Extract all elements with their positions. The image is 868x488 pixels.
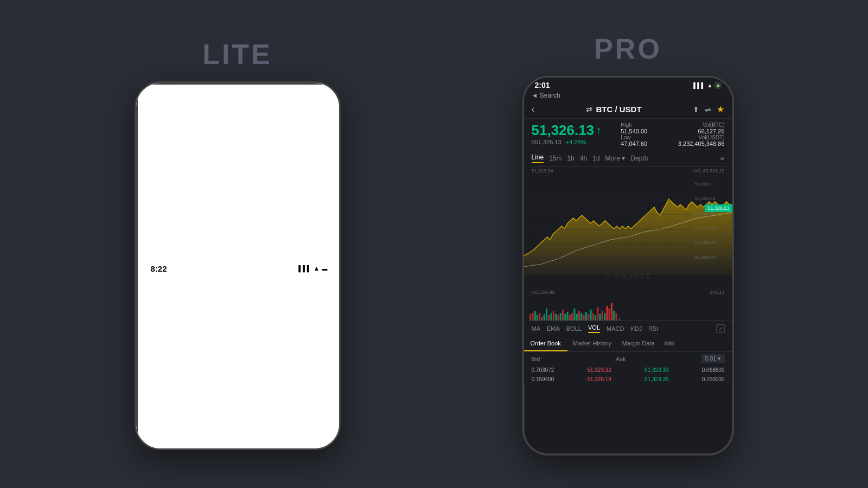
svg-rect-44 [606, 306, 608, 320]
swap-icon[interactable]: ⇌ [705, 105, 711, 114]
chart-tab-4h[interactable]: 4h [580, 155, 587, 162]
order-tab-margin[interactable]: Margin Data [617, 336, 660, 351]
pro-column: PRO 2:01 ▌▌▌ ▲ ■ ◄ Search ‹ ⇄ [522, 33, 734, 455]
svg-rect-21 [552, 311, 554, 320]
lite-status-time: 8:22 [151, 264, 167, 273]
svg-rect-39 [594, 315, 596, 320]
svg-rect-43 [604, 313, 605, 320]
chart-tab-1d[interactable]: 1d [592, 155, 599, 162]
pro-price-section: 51,326.13 ↑ $51,326.13 +4.28% [532, 122, 602, 145]
wifi-icon: ▲ [314, 265, 320, 272]
svg-text:01:24: 01:24 [571, 317, 582, 320]
pro-pair: ⇄ BTC / USDT [586, 105, 641, 114]
price-up-arrow: ↑ [596, 125, 601, 136]
ind-tab-boll[interactable]: BOLL [566, 325, 582, 332]
order-tab-info[interactable]: Info [660, 336, 679, 351]
lite-label: LITE [202, 38, 272, 70]
ind-tab-ma[interactable]: MA [532, 325, 541, 332]
pro-phone: 2:01 ▌▌▌ ▲ ■ ◄ Search ‹ ⇄ BTC / USDT [522, 76, 734, 455]
pro-order-tabs: Order Book Market History Margin Data In… [524, 336, 732, 352]
lite-column: LITE 8:22 ▌▌▌ ▲ ▬ ‹ Bitcoin ☆ [135, 38, 341, 450]
order-tab-history[interactable]: Market History [567, 336, 617, 351]
expand-icon[interactable]: ⤢ [716, 324, 725, 333]
pro-price-tag: 51,326.13 [705, 204, 732, 212]
ind-tab-vol[interactable]: VOL [588, 324, 600, 333]
svg-text:51,100.00: 51,100.00 [694, 240, 715, 245]
svg-rect-28 [569, 315, 570, 320]
svg-rect-42 [601, 311, 603, 320]
chart-top-labels: 51,323.34 AVL:49,918.19 [524, 167, 732, 175]
pro-back-btn[interactable]: ‹ [532, 104, 535, 115]
pro-label: PRO [594, 33, 662, 65]
chart-tab-more[interactable]: More ▾ [605, 155, 626, 162]
svg-rect-45 [608, 309, 610, 320]
chart-tab-1h[interactable]: 1h [567, 155, 575, 162]
svg-rect-22 [555, 314, 557, 320]
order-row-1: 0.703072 51,323.32 51,323.33 0.068609 [524, 365, 732, 375]
pro-back-search[interactable]: ◄ Search [524, 91, 732, 100]
svg-rect-26 [564, 314, 566, 320]
pro-signal-icon: ▌▌▌ [693, 82, 705, 88]
pro-price-row: 51,326.13 ↑ $51,326.13 +4.28% High 51,54… [524, 119, 732, 150]
svg-rect-17 [543, 314, 545, 320]
pro-watermark: ⬡ BINANCE [604, 273, 652, 280]
share-icon[interactable]: ⬆ [693, 105, 699, 114]
pro-chart-tabs: Line 15m 1h 4h 1d More ▾ Depth ≡ [524, 150, 732, 167]
lite-phone: 8:22 ▌▌▌ ▲ ▬ ‹ Bitcoin ☆ $49,645.01 i [135, 81, 341, 450]
pro-indicator-tabs: MA EMA BOLL VOL MACD KDJ RSI ⤢ [524, 320, 732, 336]
svg-text:51,200.00: 51,200.00 [694, 226, 715, 230]
pro-navbar: ‹ ⇄ BTC / USDT ⬆ ⇌ ★ [524, 100, 732, 119]
battery-icon: ▬ [322, 266, 328, 272]
svg-text:51,500.0: 51,500.0 [694, 182, 713, 187]
svg-rect-18 [545, 309, 547, 320]
pro-price-usd: $51,326.13 [532, 139, 561, 145]
lite-status-icons: ▌▌▌ ▲ ▬ [298, 265, 327, 272]
pro-price-details: High 51,540.00 Low 47,047.60 Vol(BTC) 66… [621, 122, 724, 147]
svg-rect-23 [557, 315, 559, 320]
ind-tab-ema[interactable]: EMA [547, 325, 560, 332]
svg-text:51,000.00: 51,000.00 [694, 255, 715, 260]
pro-favorite-icon[interactable]: ★ [717, 104, 724, 114]
pro-chart-svg: 51,500.0 51,400.00 51,300.00 51,200.00 5… [524, 175, 732, 275]
precision-select[interactable]: 0.01 ▾ [701, 354, 724, 363]
svg-text:01:36: 01:36 [610, 317, 621, 320]
signal-icon: ▌▌▌ [298, 265, 311, 272]
pro-status-icons: ▌▌▌ ▲ ■ [693, 82, 721, 89]
svg-rect-19 [548, 315, 550, 320]
order-tab-book[interactable]: Order Book [524, 336, 567, 351]
svg-rect-24 [559, 313, 561, 320]
pro-vol-bars: 01:12 01:24 01:36 [524, 296, 732, 320]
ind-tab-rsi[interactable]: RSI [648, 325, 658, 332]
ind-tab-kdj[interactable]: KDJ [630, 325, 642, 332]
chart-tab-line[interactable]: Line [532, 153, 544, 163]
pro-battery-icon: ■ [714, 82, 721, 89]
pro-wifi-icon: ▲ [707, 82, 713, 88]
svg-rect-36 [588, 314, 589, 320]
svg-rect-37 [590, 310, 591, 320]
pro-main-price: 51,326.13 [532, 122, 595, 139]
svg-rect-41 [599, 314, 601, 320]
svg-rect-25 [561, 310, 563, 320]
order-book-header: Bid Ask 0.01 ▾ [524, 352, 732, 365]
pro-price-change: +4.28% [566, 139, 586, 145]
svg-text:01:12: 01:12 [532, 317, 542, 320]
order-row-2: 0.159400 51,320.19 51,323.35 0.250000 [524, 375, 732, 384]
svg-rect-34 [583, 315, 584, 320]
pro-status-time: 2:01 [535, 81, 550, 89]
ind-tab-macd[interactable]: MACD [607, 325, 624, 332]
chart-tab-depth[interactable]: Depth [630, 155, 648, 162]
svg-rect-40 [597, 307, 598, 320]
pro-status-bar: 2:01 ▌▌▌ ▲ ■ [524, 78, 732, 91]
chart-settings-icon[interactable]: ≡ [720, 154, 724, 163]
svg-rect-20 [550, 313, 552, 320]
vol-labels: VOL:66.98 245.11 [524, 288, 732, 296]
svg-rect-38 [592, 313, 593, 320]
order-book-rows: 0.703072 51,323.32 51,323.33 0.068609 0.… [524, 365, 732, 384]
svg-text:51,400.00: 51,400.00 [694, 196, 715, 201]
main-container: LITE 8:22 ▌▌▌ ▲ ▬ ‹ Bitcoin ☆ [0, 0, 868, 488]
pro-nav-icons: ⬆ ⇌ ★ [693, 104, 724, 114]
svg-rect-35 [585, 312, 586, 320]
svg-rect-11 [529, 314, 531, 320]
chart-tab-15m[interactable]: 15m [549, 155, 561, 162]
pro-chart-area: 51,500.0 51,400.00 51,300.00 51,200.00 5… [524, 175, 732, 288]
